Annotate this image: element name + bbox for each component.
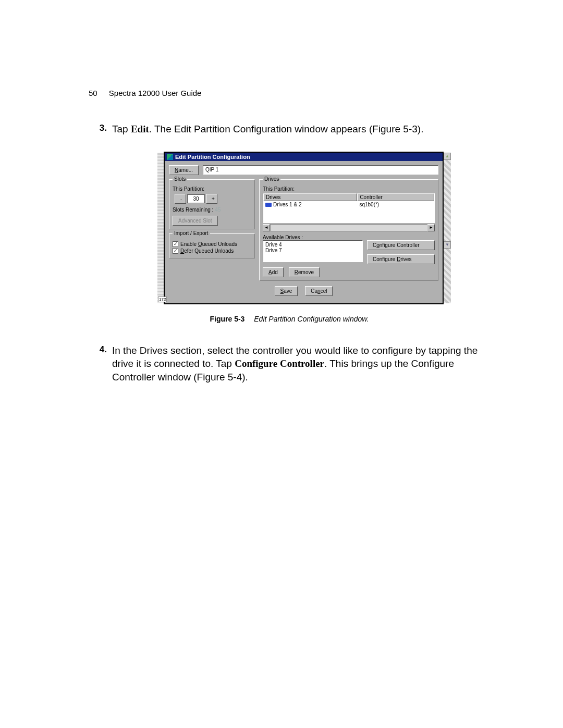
list-item[interactable]: Drive 4	[265, 242, 360, 248]
available-drives-label: Available Drives :	[263, 235, 435, 240]
configure-drives-button[interactable]: Configure Drives	[367, 254, 435, 264]
checkbox-checked-icon: ✓	[173, 241, 178, 247]
scroll-up-icon[interactable]: ▲	[444, 153, 451, 160]
scroll-down-icon[interactable]: ▼	[444, 241, 451, 249]
slots-group: This Partition: - 30 + Slots Remaining :…	[169, 179, 255, 229]
step-3-text: Tap Edit. The Edit Partition Configurati…	[112, 122, 490, 136]
import-export-group: ✓ Enable Queued Unloads ✓ Defer Queued U…	[169, 233, 255, 258]
step-4-number: 4.	[89, 344, 112, 384]
remove-button[interactable]: Remove	[289, 267, 320, 277]
checkbox-checked-icon: ✓	[173, 248, 178, 254]
step-3: 3. Tap Edit. The Edit Partition Configur…	[89, 122, 490, 136]
enable-queued-unloads-checkbox[interactable]: ✓ Enable Queued Unloads	[173, 241, 251, 247]
tape-icon	[265, 203, 272, 207]
partition-name-input[interactable]: QIP 1	[203, 165, 438, 175]
slots-decrement-button[interactable]: -	[175, 194, 186, 204]
slots-remaining: Slots Remaining : 45	[173, 207, 251, 213]
scroll-right-icon[interactable]: ►	[427, 224, 435, 231]
advanced-slot-button[interactable]: Advanced Slot	[173, 216, 218, 226]
scroll-left-icon[interactable]: ◄	[263, 224, 270, 231]
figure-5-3-screenshot: 172 ▲ ▼ Edit Partition Configuration Nam…	[164, 152, 444, 304]
window-title: Edit Partition Configuration	[175, 154, 250, 160]
drives-horizontal-scrollbar[interactable]: ◄ ►	[263, 224, 435, 231]
slots-value[interactable]: 30	[187, 194, 205, 203]
edit-partition-window: 172 ▲ ▼ Edit Partition Configuration Nam…	[164, 152, 444, 304]
figure-label: Figure 5-3	[210, 315, 244, 323]
slots-increment-button[interactable]: +	[206, 194, 217, 204]
defer-queued-unloads-checkbox[interactable]: ✓ Defer Queued Unloads	[173, 248, 251, 254]
figure-caption-text: Edit Partition Configuration window.	[254, 315, 369, 323]
add-button[interactable]: Add	[263, 267, 284, 277]
drives-column-header: Drives	[263, 193, 357, 201]
save-button[interactable]: Save	[275, 286, 298, 296]
list-item[interactable]: Drive 7	[265, 248, 360, 253]
doc-title: Spectra 12000 User Guide	[109, 89, 202, 97]
step-4-text: In the Drives section, select the contro…	[112, 344, 490, 384]
step-4: 4. In the Drives section, select the con…	[89, 344, 490, 384]
ticker-label: 172	[158, 297, 167, 302]
drives-this-partition-label: This Partition:	[263, 186, 435, 192]
left-decoration: 172	[157, 153, 164, 303]
name-button[interactable]: Name...	[169, 165, 199, 175]
step-3-number: 3.	[89, 122, 112, 136]
window-titlebar: Edit Partition Configuration	[165, 153, 443, 161]
page-number: 50	[89, 89, 97, 97]
controller-column-header: Controller	[357, 193, 434, 201]
available-drives-listbox[interactable]: Drive 4 Drive 7	[263, 240, 363, 262]
running-header: 50 Spectra 12000 User Guide	[89, 89, 490, 97]
configure-controller-button[interactable]: Configure Controller	[367, 240, 435, 250]
drives-group: This Partition: Drives Controller Drives…	[259, 179, 438, 281]
drives-listbox[interactable]: Drives Controller Drives 1 & 2 sq1b0(*)	[263, 193, 435, 223]
drive-row[interactable]: Drives 1 & 2 sq1b0(*)	[263, 201, 434, 208]
system-menu-icon[interactable]	[167, 154, 173, 160]
slots-this-partition-label: This Partition:	[173, 186, 251, 192]
cancel-button[interactable]: Cancel	[305, 286, 333, 296]
right-scrollbar: ▲ ▼	[444, 153, 451, 303]
figure-5-3-caption: Figure 5-3 Edit Partition Configuration …	[89, 315, 490, 323]
